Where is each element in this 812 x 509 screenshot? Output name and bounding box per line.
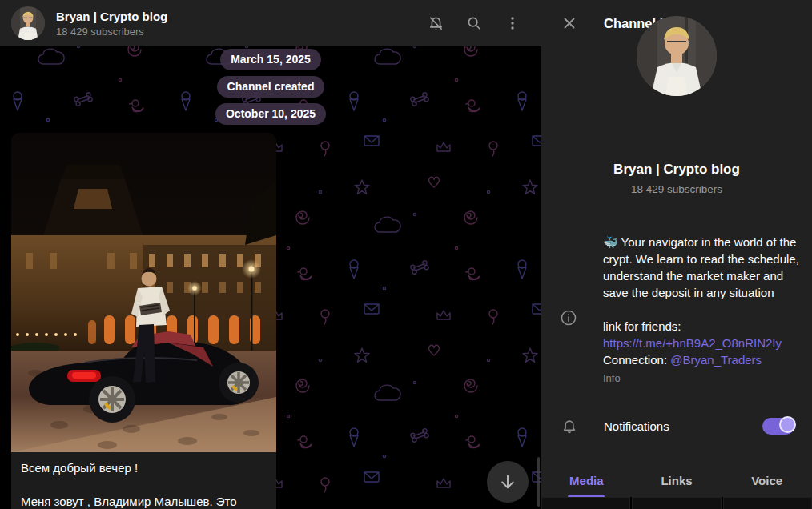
info-circle-icon	[560, 309, 577, 327]
caption-line: Всем добрый вечер !	[21, 459, 267, 476]
bell-icon	[561, 418, 578, 435]
channel-subscribers: 18 429 subscribers	[541, 183, 812, 195]
channel-description-block: 🐳 Your navigator in the world of the cry…	[603, 234, 800, 385]
avatar-image	[11, 6, 45, 40]
scroll-to-bottom-button[interactable]	[487, 461, 529, 503]
media-thumbnail[interactable]	[723, 497, 812, 509]
chat-scrollbar-thumb[interactable]	[537, 457, 540, 507]
chat-title: Bryan | Crypto blog	[56, 9, 426, 24]
tab-label: Links	[661, 474, 692, 487]
chat-header-actions	[426, 14, 522, 33]
notifications-toggle-on[interactable]	[762, 418, 794, 435]
search-icon[interactable]	[464, 14, 484, 33]
tab-label: Media	[569, 474, 604, 487]
tab-label: Voice	[751, 474, 782, 487]
message-photo-louvre-car[interactable]	[11, 133, 276, 452]
chat-header: Bryan | Crypto blog 18 429 subscribers	[0, 0, 541, 46]
close-icon[interactable]	[561, 14, 578, 32]
chat-header-titles[interactable]: Bryan | Crypto blog 18 429 subscribers	[56, 9, 426, 38]
tab-voice[interactable]: Voice	[722, 463, 812, 497]
channel-profile-photo[interactable]	[637, 16, 717, 96]
message-bubble[interactable]: Всем добрый вечер ! Меня зовут , Владими…	[11, 133, 276, 509]
shared-media-tabs: Media Links Voice	[541, 463, 812, 497]
channel-name: Bryan | Crypto blog	[541, 162, 812, 178]
notifications-row[interactable]: Notifications	[541, 409, 812, 444]
caption-blank-line	[21, 476, 267, 493]
message-caption: Всем добрый вечер ! Меня зовут , Владими…	[11, 452, 276, 509]
tab-links[interactable]: Links	[632, 463, 722, 497]
service-chip-channel-created[interactable]: Channel created	[217, 76, 325, 98]
media-thumbnail[interactable]	[632, 497, 721, 509]
invite-link[interactable]: https://t.me/+hnB9A2_O8nRIN2Iy	[603, 335, 800, 351]
notifications-label: Notifications	[604, 419, 669, 435]
telegram-app: Bryan | Crypto blog 18 429 subscribers	[0, 0, 812, 509]
connection-handle-link[interactable]: @Bryan_Traders	[670, 353, 762, 367]
arrow-down-icon	[497, 471, 518, 492]
media-thumbnail[interactable]	[541, 497, 630, 509]
date-chip[interactable]: March 15, 2025	[220, 49, 321, 70]
channel-description: 🐳 Your navigator in the world of the cry…	[603, 234, 800, 301]
connection-line: Connection: @Bryan_Traders	[603, 351, 800, 368]
toggle-knob	[779, 416, 796, 433]
date-chip[interactable]: October 10, 2025	[215, 103, 326, 125]
caption-line: Меня зовут , Владимир Малышев. Это	[21, 493, 267, 509]
description-blank-line	[603, 301, 800, 318]
avatar-image	[637, 16, 717, 96]
link-for-friends-label: link for friends:	[603, 318, 800, 335]
channel-avatar[interactable]	[11, 6, 45, 40]
tab-media[interactable]: Media	[541, 463, 632, 497]
connection-label: Connection:	[603, 353, 670, 367]
chat-pane: Bryan | Crypto blog 18 429 subscribers	[0, 0, 541, 509]
kebab-menu-icon[interactable]	[503, 14, 522, 33]
chat-subscribers: 18 429 subscribers	[56, 25, 426, 38]
channel-info-panel: Channel Info Bryan | Crypto blog 18 429 …	[541, 0, 812, 509]
media-grid-preview	[541, 497, 812, 509]
muted-bell-icon[interactable]	[426, 14, 445, 33]
info-caption: Info	[603, 372, 800, 385]
date-chips: March 15, 2025 Channel created October 1…	[0, 49, 541, 125]
